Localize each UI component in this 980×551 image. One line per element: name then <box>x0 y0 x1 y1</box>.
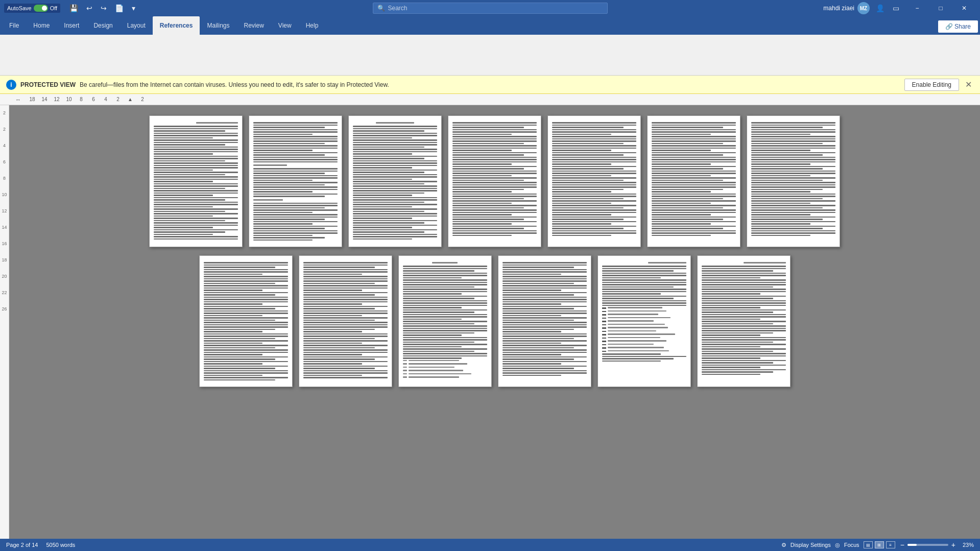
page-line <box>303 349 388 351</box>
tab-review[interactable]: Review <box>237 16 271 35</box>
page-line <box>303 262 388 263</box>
page-thumb-4[interactable] <box>448 115 541 247</box>
page-content-7 <box>751 122 835 241</box>
page-line <box>154 160 225 162</box>
tab-home[interactable]: Home <box>26 16 57 35</box>
display-settings-icon[interactable]: ⚙ <box>781 542 786 548</box>
page-content-9 <box>303 262 388 380</box>
page-line <box>652 198 723 200</box>
page-line <box>403 328 487 329</box>
autosave-pill[interactable] <box>34 5 48 12</box>
maximize-button[interactable]: □ <box>929 0 952 16</box>
page-line <box>154 206 213 208</box>
page-line <box>702 273 786 274</box>
search-input[interactable] <box>388 5 603 12</box>
page-line <box>403 270 474 272</box>
ribbon-display-icon[interactable]: ▭ <box>891 3 901 13</box>
page-line <box>154 195 213 196</box>
page-line <box>253 140 338 142</box>
close-button[interactable]: ✕ <box>952 0 976 16</box>
page-thumb-3[interactable] <box>348 115 442 247</box>
page-line <box>403 312 474 313</box>
page-line <box>503 278 587 280</box>
customize-icon[interactable]: ▾ <box>130 3 137 13</box>
document-area[interactable] <box>9 105 980 539</box>
zoom-slider[interactable] <box>907 544 948 546</box>
page-line <box>452 148 537 149</box>
page-line <box>751 148 835 149</box>
page-line <box>608 307 662 308</box>
tab-help[interactable]: Help <box>299 16 326 35</box>
page-line <box>552 209 636 211</box>
page-line <box>602 318 606 319</box>
zoom-plus-button[interactable]: + <box>950 541 957 549</box>
page-line <box>751 205 835 206</box>
page-thumb-8[interactable] <box>199 255 293 387</box>
tab-view[interactable]: View <box>271 16 299 35</box>
profile-icon[interactable]: 👤 <box>874 3 887 13</box>
page-thumb-7[interactable] <box>747 115 840 247</box>
page-line <box>409 363 468 365</box>
page-line <box>403 321 487 322</box>
page-thumb-9[interactable] <box>299 255 392 387</box>
display-settings-label[interactable]: Display Settings <box>791 542 831 548</box>
tab-design[interactable]: Design <box>86 16 119 35</box>
save-icon[interactable]: 💾 <box>67 3 80 13</box>
title-bar-icons: 💾 ↩ ↪ 📄 ▾ <box>67 3 137 13</box>
page-line <box>702 325 786 327</box>
focus-label[interactable]: Focus <box>844 542 859 548</box>
page-thumb-2[interactable] <box>249 115 342 247</box>
page-line <box>204 280 288 282</box>
page-line <box>303 368 375 369</box>
page-line <box>452 143 524 145</box>
share-button[interactable]: 🔗 Share <box>938 20 978 33</box>
page-thumb-13[interactable] <box>697 255 791 387</box>
page-thumb-5[interactable] <box>547 115 641 247</box>
search-box[interactable]: 🔍 <box>373 3 608 14</box>
page-line <box>452 212 537 213</box>
new-doc-icon[interactable]: 📄 <box>113 3 126 13</box>
page-line <box>751 203 810 204</box>
page-line <box>652 228 723 229</box>
tab-references[interactable]: References <box>153 16 200 35</box>
page-line <box>253 194 338 195</box>
tab-layout[interactable]: Layout <box>120 16 153 35</box>
page-line <box>353 202 424 203</box>
read-mode-icon[interactable]: ≡ <box>886 541 895 548</box>
page-line <box>353 137 412 139</box>
print-layout-view-icon[interactable]: ▤ <box>864 541 873 548</box>
user-info[interactable]: mahdi ziaei MZ <box>823 2 870 14</box>
page-line <box>204 347 275 349</box>
page-line <box>303 271 388 273</box>
page-line <box>403 275 487 276</box>
undo-icon[interactable]: ↩ <box>84 3 94 13</box>
page-line <box>154 222 238 224</box>
protected-close-icon[interactable]: ✕ <box>963 80 974 89</box>
page-line <box>452 152 537 154</box>
page-list-item <box>602 350 686 353</box>
page-thumb-10[interactable] <box>398 255 492 387</box>
protected-icon: i <box>6 80 16 90</box>
page-line <box>702 351 773 352</box>
redo-icon[interactable]: ↪ <box>99 3 109 13</box>
page-line <box>751 200 835 202</box>
focus-icon[interactable]: ◎ <box>835 542 840 548</box>
tab-file[interactable]: File <box>2 16 26 35</box>
page-thumb-1[interactable] <box>149 115 243 247</box>
autosave-toggle[interactable]: AutoSave Off <box>4 4 60 13</box>
page-thumb-11[interactable] <box>498 255 591 387</box>
page-line <box>353 225 437 226</box>
tab-insert[interactable]: Insert <box>57 16 86 35</box>
page-line <box>353 190 437 191</box>
page-line <box>602 305 686 306</box>
zoom-level[interactable]: 23% <box>959 542 974 548</box>
web-layout-view-icon[interactable]: ⊞ <box>875 541 884 548</box>
page-line <box>204 363 263 365</box>
page-thumb-12[interactable] <box>597 255 691 387</box>
page-thumb-6[interactable] <box>647 115 740 247</box>
page-line <box>253 161 338 163</box>
tab-mailings[interactable]: Mailings <box>200 16 236 35</box>
zoom-minus-button[interactable]: − <box>899 541 905 549</box>
minimize-button[interactable]: − <box>905 0 929 16</box>
enable-editing-button[interactable]: Enable Editing <box>904 79 959 91</box>
